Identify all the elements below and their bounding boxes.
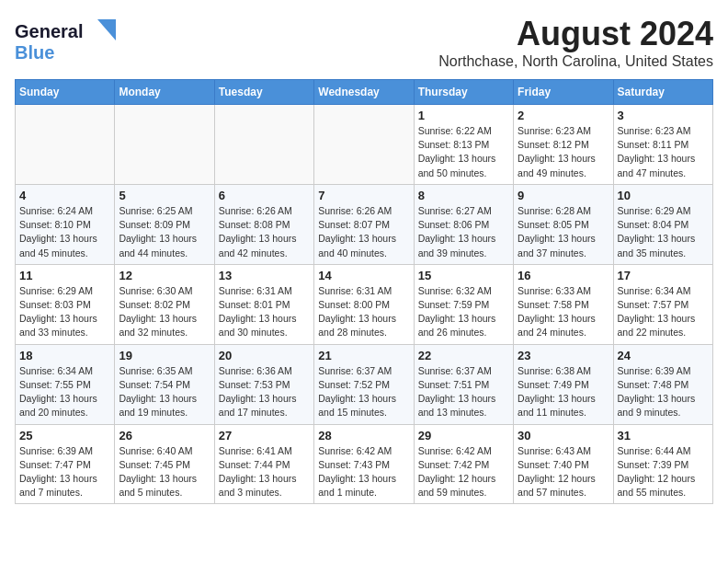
table-row: 23Sunrise: 6:38 AMSunset: 7:49 PMDayligh…: [514, 344, 613, 424]
day-info: Sunrise: 6:41 AM: [219, 444, 310, 458]
day-number: 29: [418, 429, 509, 442]
page-header: General Blue August 2024 Northchase, Nor…: [15, 15, 713, 70]
day-info: Sunrise: 6:39 AM: [19, 444, 110, 458]
day-info: Daylight: 12 hours: [518, 472, 609, 486]
day-info: Sunrise: 6:36 AM: [219, 364, 310, 378]
day-info: and 49 minutes.: [518, 167, 609, 180]
calendar-table: Sunday Monday Tuesday Wednesday Thursday…: [15, 79, 713, 504]
day-info: Sunset: 7:43 PM: [318, 458, 409, 472]
day-info: Daylight: 13 hours: [618, 152, 709, 166]
day-info: Sunrise: 6:24 AM: [19, 204, 110, 218]
day-info: Sunset: 7:51 PM: [418, 378, 509, 392]
table-row: 1Sunrise: 6:22 AMSunset: 8:13 PMDaylight…: [414, 105, 513, 185]
day-info: and 7 minutes.: [19, 486, 110, 500]
day-info: Sunrise: 6:29 AM: [618, 204, 709, 218]
day-info: and 44 minutes.: [119, 247, 210, 260]
day-info: Daylight: 13 hours: [418, 312, 509, 326]
table-row: 7Sunrise: 6:26 AMSunset: 8:07 PMDaylight…: [314, 184, 414, 264]
day-number: 14: [318, 269, 409, 282]
day-info: Sunset: 8:05 PM: [518, 218, 609, 232]
table-row: 18Sunrise: 6:34 AMSunset: 7:55 PMDayligh…: [16, 344, 115, 424]
day-info: Sunrise: 6:23 AM: [618, 124, 709, 138]
day-number: 1: [418, 109, 509, 122]
day-number: 26: [119, 429, 210, 442]
calendar-header-row: Sunday Monday Tuesday Wednesday Thursday…: [16, 80, 713, 105]
day-info: Sunset: 7:40 PM: [518, 458, 609, 472]
page-subtitle: Northchase, North Carolina, United State…: [438, 53, 713, 70]
day-number: 4: [19, 189, 110, 202]
day-info: Sunset: 8:10 PM: [19, 218, 110, 232]
day-info: Sunset: 7:54 PM: [119, 378, 210, 392]
day-info: Daylight: 13 hours: [19, 472, 110, 486]
day-info: Daylight: 13 hours: [219, 472, 310, 486]
day-info: and 37 minutes.: [518, 247, 609, 260]
day-info: and 15 minutes.: [318, 406, 409, 419]
day-info: Daylight: 13 hours: [219, 312, 310, 326]
table-row: 25Sunrise: 6:39 AMSunset: 7:47 PMDayligh…: [16, 424, 115, 504]
day-info: Sunset: 7:59 PM: [418, 298, 509, 312]
day-info: Sunset: 7:52 PM: [318, 378, 409, 392]
day-info: Daylight: 13 hours: [618, 392, 709, 406]
col-monday: Monday: [115, 80, 214, 105]
day-number: 22: [418, 349, 509, 362]
table-row: 2Sunrise: 6:23 AMSunset: 8:12 PMDaylight…: [514, 105, 613, 185]
col-saturday: Saturday: [613, 80, 712, 105]
day-info: Sunset: 8:02 PM: [119, 298, 210, 312]
day-info: Daylight: 13 hours: [119, 232, 210, 246]
page-title: August 2024: [438, 15, 713, 53]
day-info: and 22 minutes.: [618, 326, 709, 339]
day-info: Sunset: 8:13 PM: [418, 138, 509, 152]
day-info: Sunset: 8:01 PM: [219, 298, 310, 312]
day-number: 16: [518, 269, 609, 282]
day-number: 13: [219, 269, 310, 282]
day-info: and 32 minutes.: [119, 326, 210, 339]
table-row: 3Sunrise: 6:23 AMSunset: 8:11 PMDaylight…: [613, 105, 712, 185]
day-number: 3: [618, 109, 709, 122]
day-info: Sunset: 7:42 PM: [418, 458, 509, 472]
day-info: Sunrise: 6:43 AM: [518, 444, 609, 458]
day-number: 18: [19, 349, 110, 362]
table-row: 31Sunrise: 6:44 AMSunset: 7:39 PMDayligh…: [613, 424, 712, 504]
day-info: and 13 minutes.: [418, 406, 509, 419]
day-info: Sunset: 7:53 PM: [219, 378, 310, 392]
table-row: 21Sunrise: 6:37 AMSunset: 7:52 PMDayligh…: [314, 344, 414, 424]
day-info: Sunrise: 6:44 AM: [618, 444, 709, 458]
day-info: and 19 minutes.: [119, 406, 210, 419]
table-row: 28Sunrise: 6:42 AMSunset: 7:43 PMDayligh…: [314, 424, 414, 504]
table-row: [115, 105, 214, 185]
day-info: Sunset: 8:06 PM: [418, 218, 509, 232]
table-row: 15Sunrise: 6:32 AMSunset: 7:59 PMDayligh…: [414, 264, 513, 344]
day-info: Sunrise: 6:26 AM: [318, 204, 409, 218]
title-block: August 2024 Northchase, North Carolina, …: [438, 15, 713, 70]
day-info: Daylight: 13 hours: [219, 392, 310, 406]
table-row: 30Sunrise: 6:43 AMSunset: 7:40 PMDayligh…: [514, 424, 613, 504]
day-info: Sunrise: 6:40 AM: [119, 444, 210, 458]
day-info: Sunrise: 6:26 AM: [219, 204, 310, 218]
table-row: [16, 105, 115, 185]
day-info: Sunrise: 6:33 AM: [518, 284, 609, 298]
day-info: Sunset: 8:08 PM: [219, 218, 310, 232]
day-info: Sunset: 7:58 PM: [518, 298, 609, 312]
col-sunday: Sunday: [16, 80, 115, 105]
col-tuesday: Tuesday: [214, 80, 313, 105]
table-row: [214, 105, 313, 185]
day-info: Daylight: 13 hours: [119, 472, 210, 486]
day-info: and 17 minutes.: [219, 406, 310, 419]
logo: General Blue: [15, 15, 125, 69]
day-info: Sunset: 7:57 PM: [618, 298, 709, 312]
day-info: and 35 minutes.: [618, 247, 709, 260]
day-info: and 45 minutes.: [19, 247, 110, 260]
day-info: Sunset: 8:07 PM: [318, 218, 409, 232]
table-row: 16Sunrise: 6:33 AMSunset: 7:58 PMDayligh…: [514, 264, 613, 344]
day-info: Sunrise: 6:30 AM: [119, 284, 210, 298]
day-number: 6: [219, 189, 310, 202]
day-info: Sunrise: 6:28 AM: [518, 204, 609, 218]
table-row: 5Sunrise: 6:25 AMSunset: 8:09 PMDaylight…: [115, 184, 214, 264]
day-info: Daylight: 12 hours: [618, 472, 709, 486]
day-number: 27: [219, 429, 310, 442]
day-info: Daylight: 13 hours: [418, 232, 509, 246]
day-number: 17: [618, 269, 709, 282]
day-info: and 33 minutes.: [19, 326, 110, 339]
day-info: Sunrise: 6:42 AM: [318, 444, 409, 458]
day-info: and 1 minute.: [318, 486, 409, 500]
